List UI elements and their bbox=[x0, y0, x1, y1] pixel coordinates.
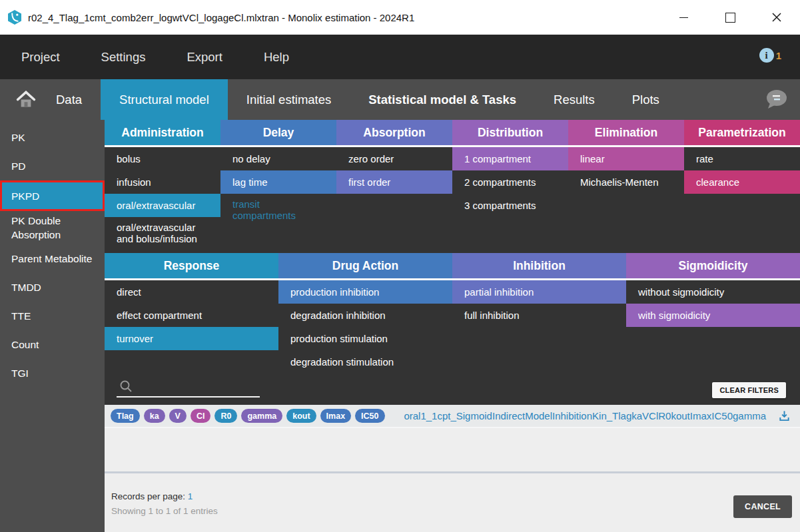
content-area: PKPDPKPDPK Double AbsorptionParent Metab… bbox=[0, 120, 800, 532]
search-row: CLEAR FILTERS bbox=[105, 374, 800, 405]
library-item-partial-inhibition[interactable]: partial inhibition bbox=[452, 280, 626, 304]
parameter-tag-ka: ka bbox=[144, 409, 165, 423]
result-row[interactable]: TlagkaVClR0gammakoutImaxIC50 oral1_1cpt_… bbox=[105, 405, 800, 428]
library-item-rate[interactable]: rate bbox=[684, 147, 800, 170]
close-icon bbox=[771, 12, 782, 23]
library-item-effect-compartment[interactable]: effect compartment bbox=[105, 304, 278, 327]
sidebar-item-pkpd[interactable]: PKPD bbox=[0, 180, 105, 211]
tab-data[interactable]: Data bbox=[37, 79, 101, 120]
library-item-production-stimulation[interactable]: production stimulation bbox=[278, 327, 452, 350]
menu-bar-items: ProjectSettingsExportHelp bbox=[0, 50, 289, 65]
sidebar-item-tte[interactable]: TTE bbox=[0, 302, 105, 330]
records-per-page-value[interactable]: 1 bbox=[188, 491, 193, 501]
title-bar: r02_4_Tlag_1cmt_comb2err_logwtVCl_logage… bbox=[0, 0, 800, 35]
records-per-page: Records per page: 1 bbox=[111, 491, 800, 501]
sidebar-item-pd[interactable]: PD bbox=[0, 152, 105, 180]
library-group: Administrationbolusinfusionoral/extravas… bbox=[105, 120, 800, 249]
library-item-oral-extravascular-and-bolus-infusion[interactable]: oral/extravascular and bolus/infusion bbox=[105, 217, 220, 249]
library-item-turnover[interactable]: turnover bbox=[105, 327, 278, 350]
cancel-button[interactable]: CANCEL bbox=[733, 495, 792, 518]
window-title: r02_4_Tlag_1cmt_comb2err_logwtVCl_logage… bbox=[28, 12, 414, 23]
menu-help[interactable]: Help bbox=[264, 50, 289, 65]
monolix-logo-icon bbox=[7, 9, 23, 25]
menu-settings[interactable]: Settings bbox=[101, 50, 146, 65]
sidebar-item-count[interactable]: Count bbox=[0, 330, 105, 359]
library-item-degradation-stimulation[interactable]: degradation stimulation bbox=[278, 350, 452, 374]
feedback-button[interactable] bbox=[763, 79, 789, 120]
library-item-lag-time[interactable]: lag time bbox=[220, 170, 336, 194]
parameter-tags: TlagkaVClR0gammakoutImaxIC50 bbox=[111, 409, 389, 423]
parameter-tag-tlag: Tlag bbox=[111, 409, 140, 423]
library-item-1-compartment[interactable]: 1 compartment bbox=[452, 147, 568, 170]
sidebar-item-pk-double-absorption[interactable]: PK Double Absorption bbox=[0, 211, 105, 244]
column-header-elimination: Elimination bbox=[568, 120, 684, 145]
library-item-direct[interactable]: direct bbox=[105, 280, 278, 304]
close-button[interactable] bbox=[753, 0, 800, 35]
minimize-button[interactable] bbox=[660, 0, 707, 35]
search-input[interactable] bbox=[117, 378, 260, 398]
library-item-oral-extravascular[interactable]: oral/extravascular bbox=[105, 194, 220, 217]
notification-badge[interactable]: i 1 bbox=[759, 48, 781, 63]
main-panel: Administrationbolusinfusionoral/extravas… bbox=[105, 120, 800, 532]
model-name-link[interactable]: oral1_1cpt_SigmoidIndirectModelInhibitio… bbox=[404, 410, 766, 421]
library-groups: Administrationbolusinfusionoral/extravas… bbox=[105, 120, 800, 374]
tab-items: DataStructural modelInitial estimatesSta… bbox=[37, 79, 678, 120]
library-item-transit-compartments: transit compartments bbox=[220, 194, 336, 226]
clear-filters-button[interactable]: CLEAR FILTERS bbox=[712, 382, 786, 398]
sidebar-item-tmdd[interactable]: TMDD bbox=[0, 273, 105, 302]
library-item-first-order[interactable]: first order bbox=[336, 170, 452, 194]
download-model-button[interactable] bbox=[778, 409, 791, 422]
home-button[interactable] bbox=[16, 79, 37, 120]
library-item-michaelis-menten[interactable]: Michaelis-Menten bbox=[568, 170, 684, 194]
column-header-sigmoidicity: Sigmoidicity bbox=[626, 253, 800, 278]
sidebar-item-pk[interactable]: PK bbox=[0, 123, 105, 152]
library-item-no-delay[interactable]: no delay bbox=[220, 147, 336, 170]
tab-statistical-model-tasks[interactable]: Statistical model & Tasks bbox=[350, 79, 535, 120]
menu-export[interactable]: Export bbox=[187, 50, 222, 65]
library-item-infusion[interactable]: infusion bbox=[105, 170, 220, 194]
parameter-tag-cl: Cl bbox=[191, 409, 211, 423]
library-item-clearance[interactable]: clearance bbox=[684, 170, 800, 194]
menu-project[interactable]: Project bbox=[21, 50, 60, 65]
model-type-sidebar: PKPDPKPDPK Double AbsorptionParent Metab… bbox=[0, 120, 105, 532]
sidebar-item-parent-metabolite[interactable]: Parent Metabolite bbox=[0, 244, 105, 273]
library-item-3-compartments[interactable]: 3 compartments bbox=[452, 194, 568, 217]
library-item-linear[interactable]: linear bbox=[568, 147, 684, 170]
tab-results[interactable]: Results bbox=[535, 79, 613, 120]
library-item-without-sigmoidicity[interactable]: without sigmoidicity bbox=[626, 280, 800, 304]
column-header-response: Response bbox=[105, 253, 278, 278]
library-group: Responsedirecteffect compartmentturnover… bbox=[105, 253, 800, 374]
tab-plots[interactable]: Plots bbox=[613, 79, 678, 120]
library-column-elimination: EliminationlinearMichaelis-Menten bbox=[568, 120, 684, 249]
library-column-drug-action: Drug Actionproduction inhibitiondegradat… bbox=[278, 253, 452, 374]
library-column-distribution: Distribution1 compartment2 compartments3… bbox=[452, 120, 568, 249]
showing-entries: Showing 1 to 1 of 1 entries bbox=[111, 506, 800, 516]
library-item-degradation-inhibition[interactable]: degradation inhibition bbox=[278, 304, 452, 327]
library-column-sigmoidicity: Sigmoidicitywithout sigmoidicitywith sig… bbox=[626, 253, 800, 374]
column-header-inhibition: Inhibition bbox=[452, 253, 626, 278]
column-header-drug-action: Drug Action bbox=[278, 253, 452, 278]
home-icon bbox=[16, 91, 36, 109]
library-item-zero-order[interactable]: zero order bbox=[336, 147, 452, 170]
tab-structural-model[interactable]: Structural model bbox=[101, 79, 228, 120]
library-item-2-compartments[interactable]: 2 compartments bbox=[452, 170, 568, 194]
library-column-inhibition: Inhibitionpartial inhibitionfull inhibit… bbox=[452, 253, 626, 374]
model-library: Administrationbolusinfusionoral/extravas… bbox=[105, 120, 800, 405]
column-header-delay: Delay bbox=[220, 120, 336, 145]
main-tab-bar: DataStructural modelInitial estimatesSta… bbox=[0, 79, 800, 120]
library-item-production-inhibition[interactable]: production inhibition bbox=[278, 280, 452, 304]
notification-count: 1 bbox=[776, 50, 781, 61]
footer: Records per page: 1 Showing 1 to 1 of 1 … bbox=[105, 473, 800, 532]
library-item-with-sigmoidicity[interactable]: with sigmoidicity bbox=[626, 304, 800, 327]
library-column-administration: Administrationbolusinfusionoral/extravas… bbox=[105, 120, 220, 249]
library-item-full-inhibition[interactable]: full inhibition bbox=[452, 304, 626, 327]
results-empty-area bbox=[105, 428, 800, 471]
library-column-response: Responsedirecteffect compartmentturnover bbox=[105, 253, 278, 374]
library-column-delay: Delayno delaylag timetransit compartment… bbox=[220, 120, 336, 249]
column-header-absorption: Absorption bbox=[336, 120, 452, 145]
tab-initial-estimates[interactable]: Initial estimates bbox=[228, 79, 350, 120]
sidebar-item-tgi[interactable]: TGI bbox=[0, 359, 105, 388]
maximize-button[interactable] bbox=[707, 0, 753, 35]
library-column-absorption: Absorptionzero orderfirst order bbox=[336, 120, 452, 249]
library-item-bolus[interactable]: bolus bbox=[105, 147, 220, 170]
